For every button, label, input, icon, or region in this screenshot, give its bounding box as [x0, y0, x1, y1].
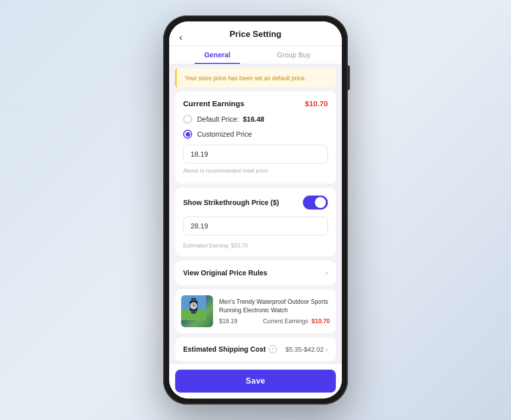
svg-rect-9: [191, 310, 196, 314]
product-earnings: Current Earnings $10.70: [263, 318, 330, 325]
current-earnings-card: Current Earnings $10.70 Default Price: $…: [175, 91, 336, 184]
estimated-earning: Estimated Earning: $20.70: [183, 242, 328, 248]
strikethrough-price-input[interactable]: [183, 216, 328, 235]
product-price-row: $18.19 Current Earnings $10.70: [219, 318, 330, 325]
product-earnings-value: $10.70: [311, 318, 330, 325]
shipping-label: Estimated Shipping Cost: [183, 345, 266, 353]
product-name: Men's Trendy Waterproof Outdoor Sports R…: [219, 298, 330, 315]
tab-group-buy[interactable]: Group Buy: [256, 46, 332, 64]
strikethrough-label: Show Strikethrough Price ($): [183, 199, 279, 207]
phone-screen: ‹ Price Setting General Group Buy Your s…: [169, 21, 342, 399]
view-rules-row[interactable]: View Original Price Rules ›: [175, 260, 336, 285]
svg-rect-8: [191, 298, 196, 301]
tab-bar: General Group Buy: [169, 46, 342, 64]
notice-banner: Your store price has been set as default…: [175, 68, 336, 87]
watch-icon: [181, 295, 206, 320]
customized-price-radio[interactable]: [183, 130, 192, 139]
product-card: Men's Trendy Waterproof Outdoor Sports R…: [175, 289, 336, 333]
price-hint: Above is recommended retail price.: [183, 168, 328, 174]
shipping-value: $5.35-$42.02 ›: [285, 346, 328, 353]
chevron-right-icon: ›: [325, 268, 328, 277]
earnings-label: Current Earnings: [183, 99, 245, 108]
product-image: [181, 295, 213, 327]
default-price-value: $16.48: [243, 115, 264, 123]
shipping-info-icon[interactable]: ?: [269, 345, 277, 353]
notice-text: Your store price has been set as default…: [185, 75, 306, 82]
rules-label: View Original Price Rules: [183, 269, 267, 277]
customized-price-label: Customized Price: [197, 130, 252, 138]
product-price: $18.19: [219, 318, 238, 325]
save-button[interactable]: Save: [175, 370, 336, 393]
earnings-value: $10.70: [305, 99, 328, 108]
header: ‹ Price Setting: [169, 21, 342, 46]
strikethrough-card: Show Strikethrough Price ($) Estimated E…: [175, 188, 336, 256]
strikethrough-toggle[interactable]: [303, 196, 328, 210]
earnings-row: Current Earnings $10.70: [183, 99, 328, 108]
content-area: Your store price has been set as default…: [169, 64, 342, 363]
shipping-row[interactable]: Estimated Shipping Cost ? $5.35-$42.02 ›: [175, 337, 336, 361]
shipping-left: Estimated Shipping Cost ?: [183, 345, 277, 353]
product-info: Men's Trendy Waterproof Outdoor Sports R…: [219, 298, 330, 325]
save-bar: Save: [169, 363, 342, 399]
default-price-row[interactable]: Default Price: $16.48: [183, 115, 328, 124]
tab-general[interactable]: General: [179, 46, 256, 64]
page-title: Price Setting: [230, 29, 281, 45]
default-price-label: Default Price: $16.48: [197, 115, 264, 123]
default-price-radio[interactable]: [183, 115, 192, 124]
toggle-knob: [315, 197, 326, 208]
strikethrough-row: Show Strikethrough Price ($): [183, 196, 328, 210]
customized-price-row[interactable]: Customized Price: [183, 130, 328, 139]
back-button[interactable]: ‹: [177, 29, 185, 45]
phone-frame: ‹ Price Setting General Group Buy Your s…: [163, 15, 348, 405]
shipping-chevron-icon: ›: [326, 346, 328, 353]
customized-price-input[interactable]: [183, 145, 328, 164]
